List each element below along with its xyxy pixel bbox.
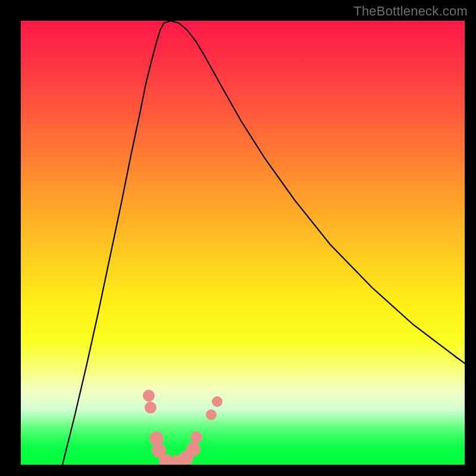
curve-marker: [212, 396, 223, 407]
markers-group: [143, 390, 223, 465]
curve-marker: [186, 442, 201, 456]
curve-marker: [145, 402, 156, 414]
curve-marker: [190, 431, 202, 443]
watermark-text: TheBottleneck.com: [353, 4, 468, 19]
curve-layer: [21, 21, 465, 465]
curve-marker: [143, 390, 155, 402]
curve-marker: [206, 409, 217, 420]
bottleneck-curve: [62, 21, 465, 465]
plot-area: [21, 21, 465, 465]
curve-marker: [149, 431, 164, 446]
chart-frame: TheBottleneck.com: [0, 0, 476, 476]
